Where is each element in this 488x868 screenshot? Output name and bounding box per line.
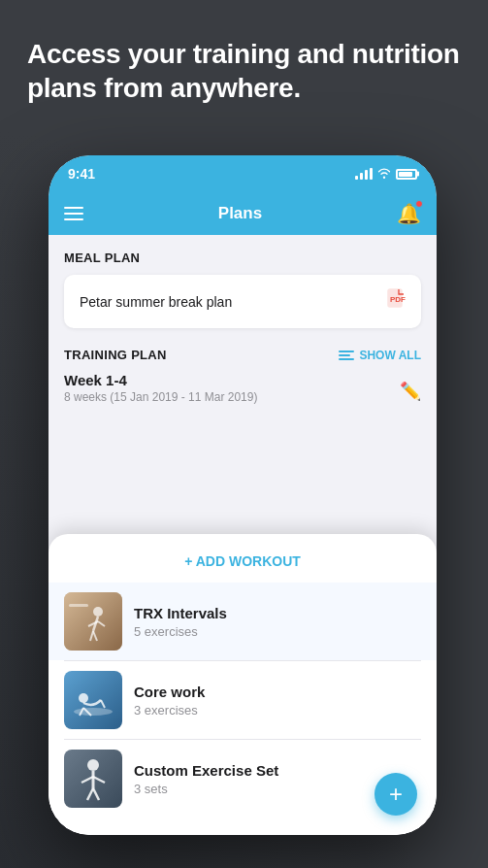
week-info: Week 1-4 8 weeks (15 Jan 2019 - 11 Mar 2… (64, 372, 257, 404)
trx-info: TRX Intervals 5 exercises (134, 605, 421, 639)
svg-text:PDF: PDF (390, 295, 406, 304)
lines-icon (339, 351, 354, 360)
workout-item[interactable]: TRX Intervals 5 exercises (49, 583, 437, 660)
show-all-button[interactable]: SHOW ALL (339, 349, 421, 362)
wifi-icon (377, 167, 391, 182)
pdf-icon: PDF (386, 288, 406, 315)
nav-bar: Plans 🔔 (49, 192, 437, 235)
show-all-label: SHOW ALL (359, 349, 421, 362)
workout-item[interactable]: Core work 3 exercises (49, 661, 437, 739)
meal-plan-header: MEAL PLAN (64, 250, 421, 265)
svg-point-18 (87, 759, 99, 771)
training-plan-section: TRAINING PLAN SHOW ALL Week 1-4 8 weeks … (64, 348, 421, 410)
workout-detail: 3 exercises (134, 703, 421, 718)
hero-text: Access your training and nutrition plans… (27, 37, 461, 105)
workout-name: Core work (134, 684, 421, 700)
week-subtitle: 8 weeks (15 Jan 2019 - 11 Mar 2019) (64, 390, 257, 404)
svg-point-4 (93, 607, 103, 617)
svg-rect-3 (64, 592, 122, 651)
popup-card: + ADD WORKOUT (49, 534, 437, 835)
fab-button[interactable]: + (374, 773, 417, 816)
status-bar: 9:41 (49, 155, 437, 192)
meal-plan-title: MEAL PLAN (64, 250, 140, 265)
svg-rect-11 (64, 671, 122, 729)
week-row: Week 1-4 8 weeks (15 Jan 2019 - 11 Mar 2… (64, 372, 421, 410)
phone-screen: 9:41 (49, 155, 437, 835)
add-workout-button[interactable]: + ADD WORKOUT (49, 550, 437, 583)
meal-plan-card[interactable]: Petar summer break plan PDF (64, 275, 421, 328)
phone-frame: 9:41 (49, 155, 437, 835)
signal-bars-icon (355, 168, 373, 180)
hamburger-button[interactable] (64, 207, 83, 220)
training-plan-title: TRAINING PLAN (64, 348, 167, 362)
core-thumbnail (64, 671, 122, 729)
notification-dot (415, 200, 423, 208)
battery-icon (396, 169, 417, 180)
status-time: 9:41 (68, 166, 95, 182)
week-title: Week 1-4 (64, 372, 257, 388)
core-info: Core work 3 exercises (134, 684, 421, 718)
training-plan-header: TRAINING PLAN SHOW ALL (64, 348, 421, 362)
meal-plan-text: Petar summer break plan (80, 294, 232, 310)
workout-name: Custom Exercise Set (134, 762, 421, 779)
workout-detail: 5 exercises (134, 624, 421, 639)
status-icons (355, 167, 417, 182)
edit-icon[interactable]: ✏️ (400, 381, 421, 402)
trx-thumbnail (64, 592, 122, 651)
nav-title: Plans (218, 204, 262, 223)
svg-point-13 (79, 693, 88, 703)
workout-name: TRX Intervals (134, 605, 421, 621)
custom-thumbnail (64, 750, 122, 808)
svg-rect-10 (69, 604, 88, 607)
bell-icon[interactable]: 🔔 (397, 202, 421, 225)
